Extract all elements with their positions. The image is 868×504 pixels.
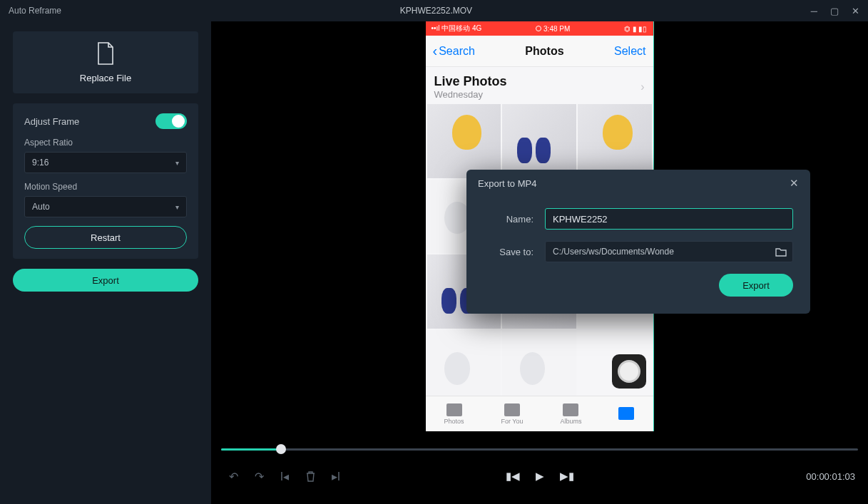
phone-status-bar: ••ıl 中国移动 4G 3:48 PM ⏣ ▮ ▮▯ (426, 21, 653, 36)
window-maximize-icon[interactable]: ▢ (830, 6, 839, 16)
sidebar: Replace File Adjust Frame Aspect Ratio 9… (0, 21, 211, 504)
phone-nav: ‹Search Photos Select (426, 36, 653, 67)
motion-speed-label: Motion Speed (24, 182, 187, 192)
titlebar: Auto Reframe KPHWE2252.MOV ─ ▢ ✕ (0, 0, 868, 21)
timeline-seek[interactable] (221, 440, 858, 458)
restart-button[interactable]: Restart (24, 226, 187, 249)
play-icon[interactable]: ▶ (536, 470, 544, 483)
save-to-path: C:/Users/ws/Documents/Wonde (553, 247, 674, 257)
aspect-ratio-label: Aspect Ratio (24, 138, 187, 148)
replace-file-label: Replace File (80, 73, 131, 83)
aspect-ratio-value: 9:16 (32, 158, 48, 168)
chevron-down-icon: ▾ (175, 203, 179, 211)
replace-file-button[interactable]: Replace File (24, 41, 187, 83)
file-name: KPHWE2252.MOV (61, 6, 811, 16)
phone-section-header: Live Photos Wednesday › (426, 67, 653, 103)
chevron-down-icon: ▾ (175, 159, 179, 167)
chevron-right-icon: › (640, 81, 644, 93)
adjust-frame-label: Adjust Frame (24, 116, 79, 127)
phone-live-button (612, 354, 646, 389)
dialog-close-icon[interactable]: ✕ (790, 177, 799, 190)
phone-clock: 3:48 PM (536, 25, 570, 33)
dialog-title: Export to MP4 (478, 178, 536, 189)
dialog-export-button[interactable]: Export (719, 274, 793, 297)
name-input[interactable] (545, 208, 793, 230)
seek-thumb[interactable] (276, 444, 286, 454)
timecode: 00:00:01:03 (806, 471, 855, 482)
phone-carrier: ••ıl 中国移动 4G (432, 24, 482, 34)
phone-back: ‹Search (433, 43, 475, 59)
skip-start-icon[interactable]: I◂ (275, 467, 294, 485)
aspect-ratio-select[interactable]: 9:16 ▾ (24, 152, 187, 173)
phone-title: Photos (525, 45, 563, 58)
export-dialog: Export to MP4 ✕ Name: Save to: C:/Users/… (466, 170, 810, 314)
phone-select: Select (614, 45, 645, 58)
phone-tabbar: Photos For You Albums (426, 396, 653, 431)
window-close-icon[interactable]: ✕ (852, 6, 859, 16)
redo-icon[interactable]: ↷ (250, 467, 268, 485)
motion-speed-value: Auto (32, 202, 50, 212)
export-button[interactable]: Export (13, 269, 198, 292)
prev-frame-icon[interactable]: ▮◀ (506, 470, 520, 483)
trash-icon[interactable] (301, 467, 320, 485)
preview-area: ••ıl 中国移动 4G 3:48 PM ⏣ ▮ ▮▯ ‹Search Phot… (211, 21, 868, 504)
window-minimize-icon[interactable]: ─ (811, 6, 817, 16)
phone-section-title: Live Photos (434, 74, 507, 89)
app-title: Auto Reframe (9, 6, 61, 16)
phone-section-sub: Wednesday (434, 89, 507, 100)
name-label: Name: (484, 214, 533, 225)
undo-icon[interactable]: ↶ (224, 467, 242, 485)
phone-battery-icon: ⏣ ▮ ▮▯ (624, 25, 648, 33)
save-to-label: Save to: (484, 247, 533, 257)
adjust-frame-toggle[interactable] (155, 113, 187, 129)
motion-speed-select[interactable]: Auto ▾ (24, 196, 187, 217)
skip-end-icon[interactable]: ▸I (327, 467, 345, 485)
file-plus-icon (96, 41, 116, 66)
folder-icon[interactable] (775, 247, 787, 257)
next-frame-icon[interactable]: ▶▮ (560, 470, 574, 483)
